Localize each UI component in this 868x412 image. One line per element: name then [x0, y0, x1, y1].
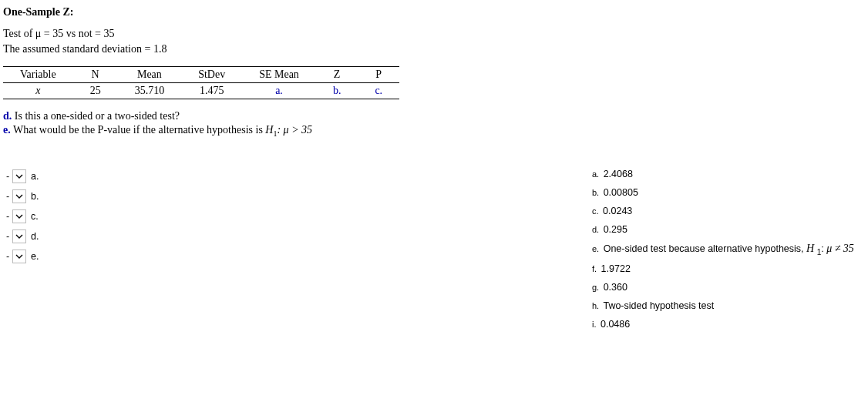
question-e-text-after: : μ > 35 — [277, 124, 312, 136]
dropdown-row-c: - c. — [3, 209, 49, 224]
table-data-row: x 25 35.710 1.475 a. b. c. — [3, 83, 399, 99]
answer-choices: a. 2.4068 b. 0.00805 c. 0.0243 d. 0.295 … — [592, 169, 862, 338]
col-n: N — [73, 67, 118, 83]
col-p: P — [358, 67, 399, 83]
chevron-down-icon — [15, 253, 23, 260]
dropdown-label-a: a. — [31, 171, 39, 182]
chevron-down-icon — [15, 213, 23, 220]
question-e: e. What would be the P-value if the alte… — [3, 124, 862, 138]
dropdown-label-c: c. — [31, 211, 39, 222]
cell-mean: 35.710 — [118, 83, 182, 99]
answer-text: 0.0486 — [601, 319, 630, 330]
page-title: One-Sample Z: — [3, 6, 862, 18]
answer-text: 0.0243 — [603, 206, 632, 216]
dropdown-row-a: - a. — [3, 169, 49, 184]
dropdown-prefix: - — [3, 211, 12, 222]
table-header-row: Variable N Mean StDev SE Mean Z P — [3, 67, 399, 83]
answer-text: 0.360 — [604, 282, 627, 293]
question-d: d. Is this a one-sided or a two-sided te… — [3, 110, 862, 122]
assumed-sd-line: The assumed standard deviation = 1.8 — [3, 43, 862, 55]
answer-text: Two-sided hypothesis test — [603, 300, 714, 311]
cell-z-blank: b. — [316, 83, 358, 99]
question-e-text-before: What would be the P-value if the alterna… — [13, 124, 265, 136]
chevron-down-icon — [15, 193, 23, 200]
answer-text: 0.295 — [604, 224, 627, 235]
cell-variable: x — [3, 83, 73, 99]
chevron-down-icon — [15, 173, 23, 180]
answer-d: d. 0.295 — [592, 224, 862, 235]
cell-n: 25 — [73, 83, 118, 99]
stats-table-container: Variable N Mean StDev SE Mean Z P x 25 3… — [3, 66, 862, 99]
dropdown-label-e: e. — [31, 251, 39, 262]
spacer — [49, 169, 592, 338]
question-e-letter: e. — [3, 124, 11, 136]
dropdown-select-b[interactable] — [12, 189, 26, 203]
answer-text: 2.4068 — [604, 169, 633, 179]
chevron-down-icon — [15, 233, 23, 240]
answer-b: b. 0.00805 — [592, 187, 862, 198]
answer-text: 1.9722 — [601, 263, 631, 274]
dropdown-prefix: - — [3, 171, 12, 182]
answer-letter: b. — [592, 188, 599, 197]
col-variable: Variable — [3, 67, 73, 83]
col-stdev: StDev — [181, 67, 242, 83]
test-hypothesis-line: Test of μ = 35 vs not = 35 — [3, 28, 862, 40]
stats-table: Variable N Mean StDev SE Mean Z P x 25 3… — [3, 66, 399, 99]
question-d-text: Is this a one-sided or a two-sided test? — [15, 110, 180, 122]
answer-letter: a. — [592, 169, 599, 179]
answer-e: e. One-sided test because alternative hy… — [592, 243, 862, 256]
col-semean: SE Mean — [242, 67, 316, 83]
question-d-letter: d. — [3, 110, 12, 122]
cell-semean-blank: a. — [242, 83, 316, 99]
answer-letter: h. — [592, 301, 599, 310]
answer-letter: f. — [592, 264, 597, 273]
answer-letter: i. — [592, 320, 597, 329]
answer-c: c. 0.0243 — [592, 206, 862, 216]
dropdown-prefix: - — [3, 191, 12, 202]
answer-a: a. 2.4068 — [592, 169, 862, 179]
cell-p-blank: c. — [358, 83, 399, 99]
dropdown-prefix: - — [3, 231, 12, 242]
dropdown-label-d: d. — [31, 231, 39, 242]
dropdown-row-e: - e. — [3, 249, 49, 264]
answer-letter: g. — [592, 283, 599, 292]
answer-e-mu: μ ≠ 35 — [826, 243, 854, 254]
dropdown-select-d[interactable] — [12, 229, 26, 243]
answer-f: f. 1.9722 — [592, 263, 862, 274]
dropdown-select-e[interactable] — [12, 250, 26, 263]
answer-g: g. 0.360 — [592, 282, 862, 293]
dropdown-select-c[interactable] — [12, 209, 26, 223]
cell-stdev: 1.475 — [181, 83, 242, 99]
answer-letter: e. — [592, 244, 599, 253]
answer-h: h. Two-sided hypothesis test — [592, 300, 862, 311]
dropdown-prefix: - — [3, 251, 12, 262]
dropdown-column: - a. - b. - c. - d. — [3, 169, 49, 338]
col-mean: Mean — [118, 67, 182, 83]
dropdown-label-b: b. — [31, 191, 39, 202]
answer-e-h: H — [806, 243, 814, 254]
dropdown-row-d: - d. — [3, 229, 49, 244]
answer-text-before: One-sided test because alternative hypot… — [604, 243, 806, 254]
answer-i: i. 0.0486 — [592, 319, 862, 330]
col-z: Z — [316, 67, 358, 83]
answer-letter: c. — [592, 206, 599, 216]
question-e-h1: H — [265, 124, 273, 136]
dropdown-row-b: - b. — [3, 189, 49, 204]
lower-section: - a. - b. - c. - d. — [3, 169, 862, 338]
answer-text: 0.00805 — [604, 187, 638, 198]
dropdown-select-a[interactable] — [12, 169, 26, 183]
answer-letter: d. — [592, 225, 599, 234]
